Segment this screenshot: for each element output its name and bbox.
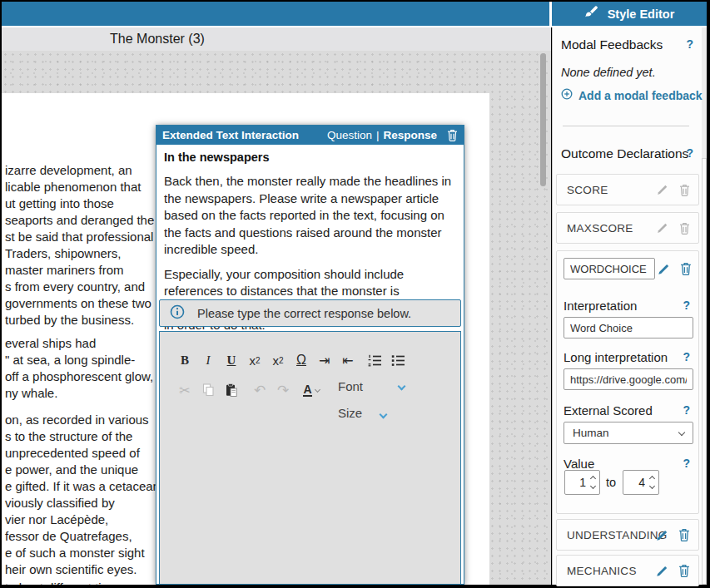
copy-icon[interactable] <box>196 382 220 398</box>
outcome-label: MECHANICS <box>567 565 637 577</box>
pencil-icon[interactable] <box>658 263 670 275</box>
style-editor-header[interactable]: Style Editor <box>552 2 707 26</box>
outcome-declarations-heading: Outcome Declarations <box>561 146 688 161</box>
redo-icon[interactable]: ↷ <box>271 382 295 398</box>
trash-icon[interactable] <box>678 528 690 541</box>
size-dropdown[interactable]: Size <box>338 406 386 420</box>
special-character-button[interactable]: Ω <box>290 352 313 368</box>
info-alert: Please type the correct response below. <box>159 299 461 327</box>
interaction-title: Extended Text Interaction <box>162 129 299 141</box>
add-modal-feedback-label: Add a modal feedback <box>578 89 703 102</box>
stepper-arrows[interactable] <box>588 471 597 494</box>
interaction-header: Extended Text Interaction Question | Res… <box>156 126 464 145</box>
value-min-stepper[interactable] <box>564 470 600 495</box>
external-scored-label: External Scored <box>564 403 653 418</box>
alert-text: Please type the correct response below. <box>197 307 411 320</box>
style-editor-title: Style Editor <box>608 7 675 21</box>
undo-icon[interactable]: ↶ <box>248 382 271 398</box>
passage-paragraph: on, as recorded in various s to the stru… <box>5 412 163 578</box>
help-icon[interactable]: ? <box>683 350 690 363</box>
pencil-icon[interactable] <box>657 222 668 234</box>
stepper-arrows[interactable] <box>648 471 656 494</box>
outcome-label: SCORE <box>567 184 608 196</box>
chevron-up-icon[interactable] <box>649 476 655 482</box>
font-dropdown-label: Font <box>338 379 363 393</box>
screenshot-frame: Style Editor The Monster (3) izarre deve… <box>0 0 710 588</box>
underline-button[interactable]: U <box>220 352 243 368</box>
help-icon[interactable]: ? <box>683 403 690 417</box>
editor-toolbar-row-1: B I U x2 x2 Ω ⇥ ⇤ <box>173 352 460 368</box>
italic-button[interactable]: I <box>196 352 220 368</box>
long-interpretation-input[interactable] <box>564 368 693 390</box>
font-dropdown[interactable]: Font <box>338 379 405 393</box>
question-response-toggle[interactable]: Question | Response <box>327 129 437 141</box>
chevron-down-icon[interactable] <box>649 483 655 489</box>
info-icon <box>170 304 185 323</box>
brush-icon <box>584 6 598 22</box>
plus-circle-icon <box>561 88 573 102</box>
external-scored-select[interactable]: Human <box>564 422 693 444</box>
pencil-icon[interactable] <box>657 184 668 195</box>
outcome-card-understanding: UNDERSTANDING <box>556 519 699 551</box>
outcome-card-mechanics: MECHANICS <box>556 555 699 586</box>
prompt-heading: In the newspapers <box>164 150 455 166</box>
chevron-down-icon <box>398 383 406 391</box>
extended-text-interaction-panel: Extended Text Interaction Question | Res… <box>156 125 464 585</box>
response-editor[interactable]: B I U x2 x2 Ω ⇥ ⇤ <box>159 331 461 585</box>
mode-question[interactable]: Question <box>327 129 372 141</box>
size-dropdown-label: Size <box>338 406 362 420</box>
numbered-list-icon[interactable] <box>363 352 386 368</box>
superscript-button[interactable]: x2 <box>266 352 290 368</box>
external-scored-value: Human <box>573 427 609 439</box>
outcome-identifier-input[interactable] <box>564 258 655 279</box>
mode-separator: | <box>376 129 380 141</box>
chevron-down-icon <box>678 429 685 436</box>
style-editor-sidebar: Modal Feedbacks ? None defined yet. Add … <box>552 27 707 585</box>
value-to-word: to <box>606 476 616 489</box>
trash-icon[interactable] <box>679 222 690 235</box>
passage-text-column: izarre development, an licable phenomeno… <box>5 162 163 585</box>
modal-feedbacks-heading: Modal Feedbacks <box>561 37 663 52</box>
help-icon[interactable]: ? <box>686 146 693 160</box>
interpretation-input[interactable] <box>564 317 693 338</box>
passage-paragraph-clipped: t about different ti <box>5 580 163 585</box>
value-label: Value <box>564 457 594 471</box>
subscript-button[interactable]: x2 <box>243 352 266 368</box>
pencil-icon[interactable] <box>656 565 668 577</box>
trash-icon[interactable] <box>680 262 692 275</box>
indent-icon[interactable]: ⇥ <box>313 352 336 368</box>
chevron-down-icon[interactable] <box>590 483 596 489</box>
bullet-list-icon[interactable] <box>386 352 410 368</box>
text-color-button[interactable]: A <box>300 382 323 398</box>
document-tab-bar: The Monster (3) <box>2 27 551 51</box>
mode-response[interactable]: Response <box>383 129 437 141</box>
cut-icon[interactable]: ✂ <box>173 382 196 398</box>
chevron-up-icon[interactable] <box>590 476 596 482</box>
canvas-scrollbar-thumb[interactable] <box>540 53 546 186</box>
modal-feedbacks-empty-text: None defined yet. <box>561 66 656 79</box>
paste-icon[interactable] <box>220 382 243 398</box>
add-modal-feedback-link[interactable]: Add a modal feedback <box>561 88 703 102</box>
pencil-icon[interactable] <box>656 529 668 541</box>
interpretation-label: Interpretation <box>564 299 637 313</box>
trash-icon[interactable] <box>679 184 690 196</box>
value-max-stepper[interactable] <box>623 470 659 495</box>
passage-paragraph: everal ships had " at sea, a long spindl… <box>5 335 163 402</box>
document-tab-title[interactable]: The Monster (3) <box>2 27 313 51</box>
delete-interaction-trash-icon[interactable] <box>447 129 458 141</box>
trash-icon[interactable] <box>678 564 690 577</box>
editor-toolbar-row-2: ✂ ↶ ↷ <box>173 382 460 398</box>
help-icon[interactable]: ? <box>686 37 693 51</box>
prompt-paragraph: Back then, the monster really made the h… <box>164 173 455 259</box>
outcome-card-score: SCORE <box>556 174 699 205</box>
sidebar-divider <box>563 126 689 126</box>
outcome-card-maxscore: MAXSCORE <box>556 212 699 244</box>
help-icon[interactable]: ? <box>683 299 690 312</box>
outdent-icon[interactable]: ⇤ <box>336 352 360 368</box>
outcome-label: MAXSCORE <box>567 222 633 235</box>
bold-button[interactable]: B <box>173 352 196 368</box>
sidebar-scrollbar-thumb[interactable] <box>702 158 707 585</box>
help-icon[interactable]: ? <box>683 457 690 470</box>
outcome-card-wordchoice-editing: Interpretation ? Long interpretation ? E… <box>556 250 699 514</box>
chevron-down-icon <box>315 386 320 392</box>
